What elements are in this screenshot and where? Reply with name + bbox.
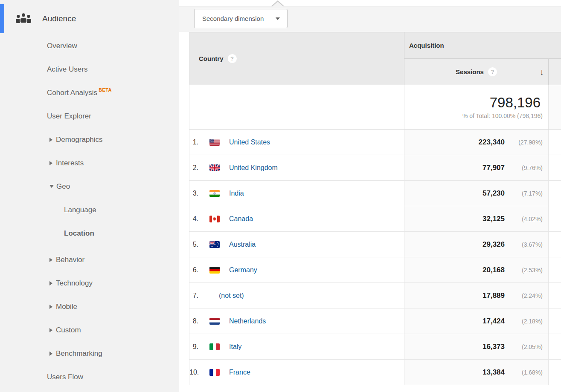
sidebar-item-benchmarking[interactable]: Benchmarking (0, 342, 179, 365)
country-link[interactable]: United States (229, 138, 270, 146)
sessions-percent: (4.02%) (505, 216, 543, 222)
row-rank: 3. (189, 190, 198, 197)
chevron-right-icon (49, 352, 52, 356)
secondary-dimension-button[interactable]: Secondary dimension (194, 9, 288, 28)
country-link[interactable]: Italy (229, 343, 241, 351)
row-rank: 7. (189, 292, 198, 300)
row-rank: 9. (189, 343, 198, 351)
row-rank: 10. (189, 369, 198, 376)
sidebar-item-location[interactable]: Location (0, 222, 179, 245)
country-cell: 10. France (189, 360, 404, 385)
country-link[interactable]: Netherlands (229, 317, 266, 325)
country-link[interactable]: (not set) (219, 292, 244, 300)
sessions-value: 57,230 (483, 189, 505, 198)
next-column-sliver-cell (549, 232, 561, 257)
country-cell: 6. Germany (189, 257, 404, 282)
sidebar-item-demographics[interactable]: Demographics (0, 128, 179, 151)
table-row: 1. United States 223,340 (27.98%) (189, 130, 561, 155)
sessions-cell: 13,384 (1.68%) (404, 360, 549, 385)
country-flag-icon-au (209, 241, 220, 248)
data-table: Country ? Acquisition Sessions ? ↓ (189, 32, 561, 385)
acquisition-header-group: Acquisition Sessions ? ↓ (404, 32, 561, 85)
sidebar-item-overview[interactable]: Overview (0, 34, 179, 58)
sessions-column-header[interactable]: Sessions ? ↓ (404, 59, 549, 85)
row-rank: 2. (189, 164, 198, 172)
country-cell: 7. (not set) (189, 283, 404, 308)
country-flag-icon-us (209, 139, 220, 146)
country-column-header[interactable]: Country ? (189, 32, 404, 85)
chevron-down-icon (49, 185, 54, 188)
chevron-right-icon (49, 328, 52, 332)
country-link[interactable]: Canada (229, 215, 253, 223)
sessions-value: 13,384 (483, 368, 505, 377)
table-header: Country ? Acquisition Sessions ? ↓ (189, 32, 561, 85)
sessions-cell: 29,326 (3.67%) (404, 232, 549, 257)
country-cell: 2. United Kingdom (189, 155, 404, 180)
sessions-value: 77,907 (483, 164, 505, 172)
sessions-cell: 17,889 (2.24%) (404, 283, 549, 308)
next-column-sliver-cell (549, 308, 561, 334)
sidebar-item-active-users[interactable]: Active Users (0, 58, 179, 81)
next-column-sliver-cell (549, 360, 561, 385)
sessions-percent: (3.67%) (505, 241, 543, 248)
country-link[interactable]: Germany (229, 266, 257, 274)
sessions-percent: (1.68%) (505, 369, 543, 376)
country-cell: 5. Australia (189, 232, 404, 257)
country-link[interactable]: Australia (229, 241, 256, 248)
chevron-right-icon (49, 161, 52, 165)
sessions-cell: 16,373 (2.05%) (404, 334, 549, 359)
country-flag-icon-it (209, 343, 220, 350)
chevron-right-icon (49, 305, 52, 309)
sidebar-item-users-flow[interactable]: Users Flow (0, 365, 179, 389)
country-cell: 1. United States (189, 130, 404, 155)
sessions-value: 17,889 (483, 291, 505, 300)
chevron-right-icon (49, 138, 52, 142)
sidebar: Audience Overview Active Users Cohort An… (0, 0, 179, 392)
beta-badge: BETA (99, 87, 112, 92)
country-link[interactable]: India (229, 190, 244, 197)
next-column-sliver-cell (549, 334, 561, 359)
sessions-cell: 17,424 (2.18%) (404, 308, 549, 334)
sidebar-item-language[interactable]: Language (0, 198, 179, 222)
total-sessions-note: % of Total: 100.00% (798,196) (462, 112, 543, 119)
next-column-sliver-cell (549, 206, 561, 231)
sessions-percent: (7.17%) (505, 190, 543, 197)
table-row: 3. India 57,230 (7.17%) (189, 181, 561, 206)
chevron-down-icon (276, 17, 280, 20)
sidebar-item-cohort-analysis[interactable]: Cohort AnalysisBETA (0, 81, 179, 104)
row-rank: 5. (189, 241, 198, 248)
help-icon[interactable]: ? (228, 54, 237, 63)
sessions-cell: 77,907 (9.76%) (404, 155, 549, 180)
sidebar-item-interests[interactable]: Interests (0, 151, 179, 175)
sidebar-section-audience[interactable]: Audience (15, 9, 76, 29)
country-flag-icon-de (209, 267, 220, 274)
row-rank: 8. (189, 317, 198, 325)
section-label: Audience (42, 14, 76, 23)
sessions-value: 16,373 (483, 343, 505, 351)
next-column-sliver-cell (549, 130, 561, 155)
country-link[interactable]: United Kingdom (229, 164, 278, 172)
metric-header-row: Sessions ? ↓ (404, 59, 561, 85)
sessions-value: 17,424 (483, 317, 505, 326)
sidebar-item-custom[interactable]: Custom (0, 318, 179, 342)
help-icon[interactable]: ? (488, 67, 497, 76)
sidebar-item-mobile[interactable]: Mobile (0, 295, 179, 318)
sidebar-item-geo[interactable]: Geo (0, 175, 179, 198)
country-link[interactable]: France (229, 369, 250, 376)
table-row: 6. Germany 20,168 (2.53%) (189, 257, 561, 283)
country-flag-icon-gb (209, 164, 220, 171)
sessions-cell: 57,230 (7.17%) (404, 181, 549, 206)
sessions-value: 32,125 (483, 215, 505, 223)
table-row: 4. Canada 32,125 (4.02%) (189, 206, 561, 232)
audience-people-icon (15, 12, 32, 26)
chevron-right-icon (49, 258, 52, 262)
sessions-cell: 32,125 (4.02%) (404, 206, 549, 231)
sort-descending-arrow-icon[interactable]: ↓ (540, 66, 544, 77)
sidebar-item-technology[interactable]: Technology (0, 271, 179, 295)
next-column-sliver-cell (549, 283, 561, 308)
sidebar-item-user-explorer[interactable]: User Explorer (0, 104, 179, 128)
table-row: 8. Netherlands 17,424 (2.18%) (189, 308, 561, 334)
sidebar-item-behavior[interactable]: Behavior (0, 248, 179, 271)
sessions-value: 223,340 (479, 138, 505, 147)
report-content: Secondary dimension Country ? Acquisitio… (179, 0, 561, 392)
